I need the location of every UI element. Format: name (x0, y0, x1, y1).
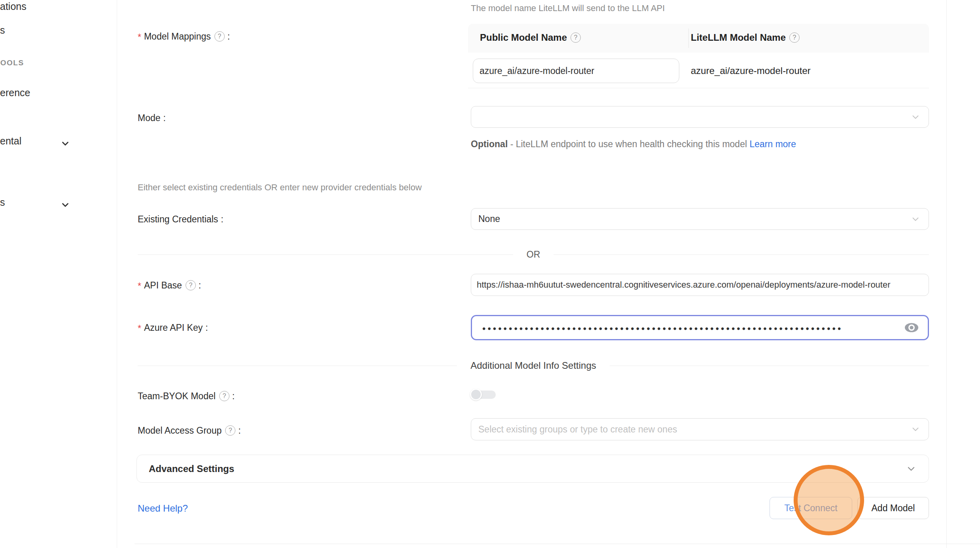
label-colon: : (221, 214, 223, 225)
label-colon: : (238, 425, 241, 436)
add-model-button[interactable]: Add Model (857, 497, 929, 519)
help-icon[interactable]: ? (225, 425, 235, 436)
model-access-group-label: Model Access Group (138, 425, 222, 436)
test-connect-label: Test Connect (784, 503, 837, 514)
hint-optional-bold: Optional (471, 139, 508, 149)
required-marker: * (138, 281, 141, 292)
required-marker: * (138, 32, 141, 43)
sidebar-item-2[interactable]: s (0, 25, 5, 36)
advanced-settings-title: Advanced Settings (149, 463, 234, 474)
or-divider-text: OR (527, 249, 540, 260)
chevron-down-icon (910, 112, 921, 122)
api-base-input[interactable]: https://ishaa-mh6uutut-swedencentral.cog… (471, 274, 929, 296)
label-colon: : (205, 322, 208, 333)
need-help-link[interactable]: Need Help? (138, 503, 188, 514)
mode-select[interactable] (471, 106, 929, 128)
model-name-helper-text: The model name LiteLLM will send to the … (471, 3, 665, 13)
sidebar-item-4[interactable]: ental (0, 135, 21, 147)
existing-credentials-label: Existing Credentials (138, 214, 218, 225)
learn-more-link[interactable]: Learn more (749, 139, 796, 149)
additional-info-title: Additional Model Info Settings (470, 360, 596, 371)
required-marker: * (138, 323, 141, 334)
content-right-border (946, 0, 947, 548)
api-base-value: https://ishaa-mh6uutut-swedencentral.cog… (477, 280, 891, 290)
azure-api-key-input[interactable]: ••••••••••••••••••••••••••••••••••••••••… (471, 315, 929, 340)
model-mappings-table-header: Public Model Name ? LiteLLM Model Name ? (468, 24, 929, 53)
team-byok-toggle[interactable] (470, 389, 496, 401)
sidebar-item-label: ental (0, 135, 21, 146)
litellm-model-name-value: azure_ai/azure-model-router (691, 65, 811, 76)
model-mappings-label: Model Mappings (144, 31, 211, 42)
or-divider: OR (138, 249, 929, 260)
eye-icon[interactable] (904, 322, 919, 334)
model-access-group-placeholder: Select existing groups or type to create… (478, 424, 677, 435)
team-byok-label-row: Team-BYOK Model ? : (138, 390, 235, 402)
chevron-down-icon (910, 424, 921, 434)
help-icon[interactable]: ? (214, 31, 225, 42)
help-icon[interactable]: ? (219, 391, 229, 401)
model-access-group-label-row: Model Access Group ? : (138, 424, 241, 437)
help-icon[interactable]: ? (789, 32, 800, 43)
existing-credentials-label-row: Existing Credentials : (138, 213, 224, 226)
sidebar-item-5[interactable]: s (0, 197, 5, 208)
sidebar-item-label: s (0, 25, 5, 36)
mode-hint-text: Optional - LiteLLM endpoint to use when … (471, 136, 809, 152)
advanced-settings-panel[interactable]: Advanced Settings (136, 455, 929, 483)
public-model-name-value: azure_ai/azure-model-router (480, 66, 594, 76)
mode-label: Mode (138, 113, 161, 123)
sidebar-item-label: ations (0, 1, 27, 12)
mode-label-row: Mode : (138, 112, 166, 124)
api-base-label-row: * API Base ? : (138, 279, 201, 292)
credentials-note: Either select existing credentials OR en… (138, 182, 422, 193)
sidebar-section-tools: TOOLS (0, 59, 24, 67)
label-colon: : (163, 113, 166, 123)
label-colon: : (199, 280, 201, 291)
team-byok-label: Team-BYOK Model (138, 391, 216, 402)
sidebar-item-3[interactable]: erence (0, 87, 30, 99)
litellm-model-name-header: LiteLLM Model Name (691, 32, 786, 43)
hint-body: - LiteLLM endpoint to use when health ch… (508, 139, 749, 149)
chevron-down-icon[interactable] (60, 138, 70, 149)
existing-credentials-select[interactable]: None (471, 208, 929, 230)
bottom-border (135, 544, 980, 544)
table-row-border (468, 88, 929, 88)
masked-password-value: ••••••••••••••••••••••••••••••••••••••••… (482, 323, 886, 334)
azure-api-key-label: Azure API Key (144, 322, 203, 333)
chevron-down-icon (910, 214, 921, 224)
test-connect-button[interactable]: Test Connect (770, 497, 852, 519)
sidebar-item-1[interactable]: ations (0, 1, 27, 12)
public-model-name-input[interactable]: azure_ai/azure-model-router (473, 59, 679, 83)
help-icon[interactable]: ? (571, 32, 581, 43)
model-mappings-label-row: * Model Mappings ? : (138, 30, 230, 43)
additional-info-divider: Additional Model Info Settings (138, 360, 929, 371)
help-icon[interactable]: ? (186, 280, 196, 290)
add-model-label: Add Model (872, 503, 915, 514)
existing-credentials-value: None (478, 214, 500, 224)
api-base-label: API Base (144, 280, 182, 291)
azure-api-key-label-row: * Azure API Key : (138, 321, 208, 334)
toggle-knob (470, 389, 482, 400)
sidebar: ations s TOOLS erence ental s (0, 0, 117, 548)
sidebar-item-label: erence (0, 87, 30, 98)
label-colon: : (227, 31, 230, 42)
public-model-name-header: Public Model Name (480, 32, 567, 43)
chevron-down-icon (906, 463, 917, 474)
chevron-down-icon[interactable] (60, 200, 70, 210)
header-column-divider (688, 28, 689, 48)
label-colon: : (232, 391, 235, 402)
sidebar-item-label: s (0, 197, 5, 208)
model-access-group-select[interactable]: Select existing groups or type to create… (471, 418, 929, 440)
